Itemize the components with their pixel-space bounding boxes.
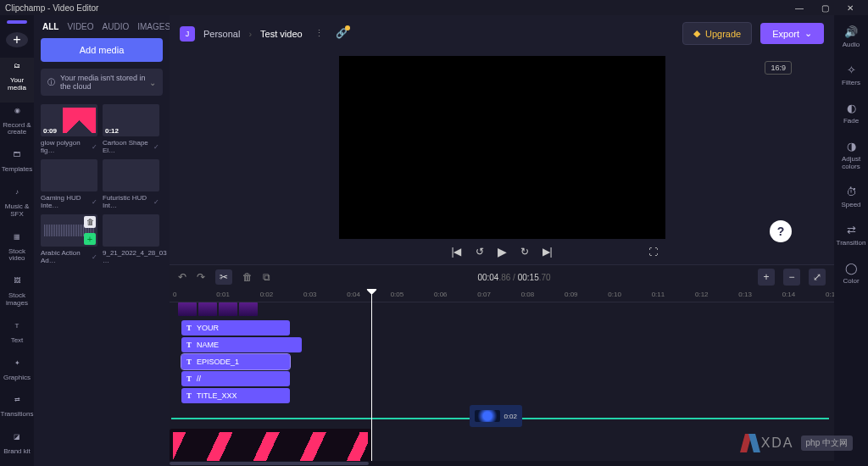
zoom-fit-button[interactable]: ⤢ [809, 269, 826, 286]
delete-button[interactable]: 🗑 [242, 271, 253, 283]
ruler-tick: 0:02 [260, 291, 274, 298]
timeline-ruler[interactable]: 00:010:020:030:040:050:060:070:080:090:1… [170, 289, 834, 302]
nav-graphics[interactable]: ✦Graphics [0, 355, 34, 392]
delete-icon[interactable]: 🗑 [84, 216, 96, 228]
timeline: ↶ ↷ ✂ 🗑 ⧉ 00:04.86 / 00:15.70 + − ⤢ 00:0… [170, 264, 834, 466]
nav-music-sfx[interactable]: ♪Music & SFX [0, 184, 34, 229]
media-item[interactable]: Futuristic HUD Int…✓ [103, 159, 159, 209]
tab-all[interactable]: ALL [42, 22, 58, 31]
play-button[interactable]: ▶ [498, 245, 507, 258]
text-clip[interactable]: TYOUR [181, 320, 290, 336]
clip-thumbnails [178, 302, 258, 316]
tab-audio[interactable]: AUDIO [103, 22, 130, 31]
add-media-button[interactable]: Add media [41, 38, 163, 62]
transition-icon: ⇄ [834, 224, 868, 236]
nav-record-create[interactable]: ◉Record & create [0, 103, 34, 147]
timeline-body[interactable]: 00:010:020:030:040:050:060:070:080:090:1… [170, 289, 834, 466]
media-item[interactable]: 🗑 + Arabic Action Ad…✓ [41, 214, 97, 264]
panel-transition[interactable]: ⇄Transition [834, 219, 868, 257]
transitions-icon: ⇄ [11, 397, 23, 408]
timeline-toolbar: ↶ ↷ ✂ 🗑 ⧉ 00:04.86 / 00:15.70 + − ⤢ [170, 265, 834, 289]
add-track-button[interactable]: + [758, 269, 775, 286]
undo-button[interactable]: ↶ [178, 271, 186, 283]
panel-filters[interactable]: ✧Filters [834, 58, 868, 97]
upgrade-button[interactable]: ◆Upgrade [682, 22, 752, 45]
tab-video[interactable]: VIDEO [67, 22, 93, 31]
timeline-scrollbar[interactable] [170, 461, 834, 466]
window-titlebar: Clipchamp - Video Editor — ▢ ✕ [0, 0, 868, 15]
fade-icon: ◐ [834, 102, 868, 114]
window-close-button[interactable]: ✕ [837, 3, 863, 13]
nav-your-media[interactable]: 🗂Your media [0, 58, 34, 103]
media-thumbnail: 0:09 [41, 104, 97, 136]
media-thumbnail [41, 159, 97, 191]
tab-images[interactable]: IMAGES [137, 22, 170, 31]
share-button[interactable]: 🔗 [336, 28, 348, 39]
panel-color[interactable]: ◯Color [834, 257, 868, 295]
nav-stock-images[interactable]: 🖼Stock images [0, 273, 34, 318]
media-item[interactable]: 0:09 glow polygon fig…✓ [41, 104, 97, 154]
music-icon: ♪ [11, 189, 23, 201]
nav-text[interactable]: TText [0, 318, 34, 355]
check-icon: ✓ [153, 143, 159, 151]
split-button[interactable]: ✂ [215, 269, 232, 285]
text-clip[interactable]: TTITLE_XXX [181, 388, 290, 403]
media-item[interactable]: 0:12 Cartoon Shape El…✓ [103, 104, 159, 154]
speed-icon: ⏱ [834, 186, 868, 198]
add-button[interactable]: + [6, 32, 28, 47]
ruler-tick: 0:04 [347, 291, 360, 298]
zoom-out-button[interactable]: − [783, 269, 800, 286]
media-item[interactable]: Gaming HUD Inte…✓ [41, 159, 97, 209]
next-frame-button[interactable]: ▶| [542, 246, 553, 258]
media-item[interactable]: 9_21_2022_4_28_03 … [103, 214, 159, 264]
folder-icon: 🗂 [11, 63, 23, 75]
text-clip[interactable]: TNAME [181, 337, 302, 352]
ruler-tick: 0:01 [216, 291, 230, 298]
text-clip-selected[interactable]: TEPISODE_1 [181, 354, 290, 369]
playback-controls: |◀ ↺ ▶ ↻ ▶| ⛶ [170, 239, 834, 264]
app-logo [7, 20, 27, 24]
thumbnail-strip-track [170, 302, 834, 319]
fullscreen-button[interactable]: ⛶ [648, 247, 658, 257]
prev-frame-button[interactable]: |◀ [451, 246, 461, 258]
info-icon: ⓘ [47, 77, 55, 88]
project-more-button[interactable]: ⋮ [311, 28, 327, 39]
duplicate-button[interactable]: ⧉ [263, 271, 270, 283]
stock-images-icon: 🖼 [11, 278, 23, 290]
preview-area: 16:9 ? [170, 53, 834, 239]
text-icon: T [186, 341, 192, 349]
ruler-tick: 0:03 [303, 291, 317, 298]
ruler-tick: 0:12 [695, 291, 709, 298]
redo-button[interactable]: ↷ [197, 271, 205, 283]
panel-fade[interactable]: ◐Fade [834, 97, 868, 135]
export-button[interactable]: Export⌄ [760, 23, 824, 44]
filters-icon: ✧ [834, 64, 868, 76]
stock-video-icon: ▦ [11, 234, 23, 246]
text-clip[interactable]: T// [181, 371, 290, 386]
video-preview[interactable] [339, 56, 665, 239]
nav-stock-video[interactable]: ▦Stock video [0, 229, 34, 274]
workspace-crumb[interactable]: Personal [203, 29, 240, 39]
nav-templates[interactable]: 🗔Templates [0, 147, 34, 184]
window-minimize-button[interactable]: — [787, 3, 812, 13]
step-back-button[interactable]: ↺ [476, 246, 484, 258]
ruler-tick: 0:10 [608, 291, 621, 298]
video-clip[interactable]: 0:02 [470, 405, 522, 427]
add-to-timeline-icon[interactable]: + [84, 233, 96, 245]
project-name[interactable]: Test video [260, 29, 303, 39]
panel-audio[interactable]: 🔊Audio [834, 20, 868, 58]
playhead[interactable] [371, 289, 372, 466]
ruler-tick: 0:05 [391, 291, 404, 298]
window-maximize-button[interactable]: ▢ [812, 3, 837, 13]
nav-brand-kit[interactable]: ◪Brand kit [0, 429, 34, 466]
step-forward-button[interactable]: ↻ [520, 246, 529, 258]
color-icon: ◯ [834, 262, 868, 275]
scrollbar-thumb[interactable] [170, 462, 369, 465]
check-icon: ✓ [153, 198, 159, 206]
panel-adjust-colors[interactable]: ◑Adjust colors [834, 135, 868, 180]
nav-transitions[interactable]: ⇄Transitions [0, 391, 34, 429]
text-icon: T [186, 391, 192, 400]
aspect-ratio-button[interactable]: 16:9 [765, 61, 792, 75]
cloud-storage-warning[interactable]: ⓘ Your media isn't stored in the cloud ⌄ [41, 69, 163, 96]
panel-speed[interactable]: ⏱Speed [834, 180, 868, 219]
